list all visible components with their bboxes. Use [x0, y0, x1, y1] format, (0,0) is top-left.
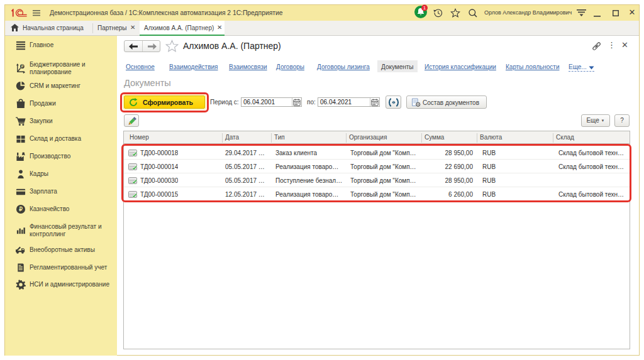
svg-text:1: 1: [423, 5, 426, 11]
svg-text:₽: ₽: [19, 205, 23, 212]
svg-text:₽: ₽: [21, 64, 23, 68]
